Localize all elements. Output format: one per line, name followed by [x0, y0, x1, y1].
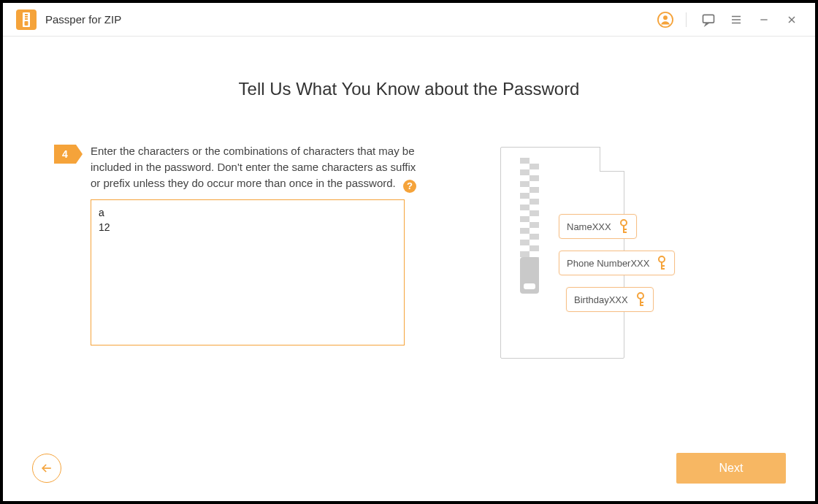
hint-tag-phone: Phone NumberXXX	[559, 251, 675, 275]
minimize-button[interactable]	[754, 9, 774, 30]
content-area: Tell Us What You Know about the Password…	[3, 37, 815, 501]
app-window: Passper for ZIP Tell Us What You Know ab…	[3, 3, 815, 501]
characters-input[interactable]	[91, 199, 405, 345]
hint-tag-label: BirthdayXXX	[574, 294, 628, 305]
illustration: NameXXX Phone NumberXXX BirthdayXXX	[427, 143, 764, 366]
app-title: Passper for ZIP	[45, 13, 121, 26]
svg-point-6	[663, 15, 668, 20]
svg-rect-1	[25, 14, 28, 15]
key-icon	[635, 292, 646, 307]
svg-rect-7	[703, 15, 714, 23]
account-icon[interactable]	[655, 9, 676, 30]
feedback-icon[interactable]	[698, 9, 719, 30]
svg-point-18	[659, 256, 665, 262]
instruction-text: Enter the characters or the combinations…	[91, 143, 427, 191]
menu-icon[interactable]	[726, 9, 746, 30]
hint-tag-label: Phone NumberXXX	[567, 258, 649, 269]
svg-point-22	[638, 293, 643, 299]
hint-tag-label: NameXXX	[567, 221, 611, 232]
svg-rect-3	[25, 18, 28, 20]
key-icon	[657, 256, 667, 270]
next-button[interactable]: Next	[676, 453, 786, 484]
separator	[686, 12, 687, 27]
hint-tag-name: NameXXX	[559, 214, 637, 239]
app-icon	[16, 9, 37, 30]
hint-tag-birthday: BirthdayXXX	[566, 287, 654, 312]
svg-rect-2	[25, 16, 28, 18]
title-bar: Passper for ZIP	[3, 3, 815, 37]
step-number-badge: 4	[54, 145, 76, 164]
instruction-body: Enter the characters or the combinations…	[91, 145, 416, 189]
close-button[interactable]	[781, 9, 802, 30]
help-icon[interactable]: ?	[403, 180, 416, 193]
page-heading: Tell Us What You Know about the Password	[54, 79, 764, 99]
back-button[interactable]	[32, 454, 61, 483]
key-icon	[619, 219, 629, 234]
svg-rect-4	[25, 21, 28, 26]
svg-point-14	[621, 220, 627, 226]
